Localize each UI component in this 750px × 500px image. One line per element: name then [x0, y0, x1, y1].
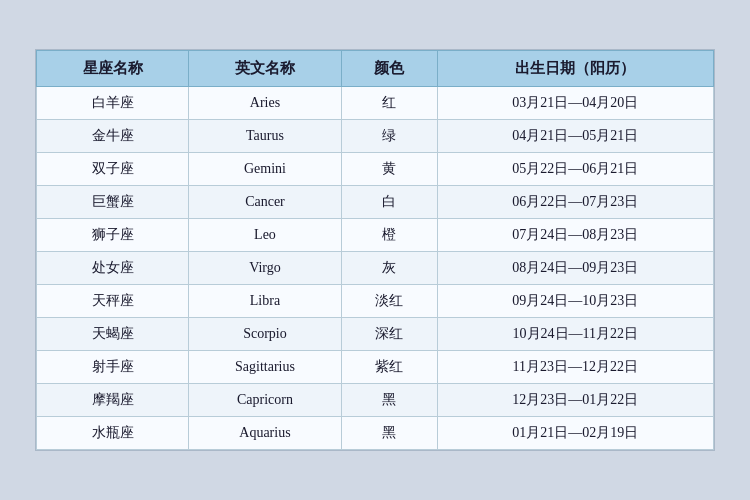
cell-color: 淡红	[341, 285, 437, 318]
cell-chinese-name: 狮子座	[37, 219, 189, 252]
cell-color: 橙	[341, 219, 437, 252]
table-body: 白羊座Aries红03月21日—04月20日金牛座Taurus绿04月21日—0…	[37, 87, 714, 450]
table-row: 金牛座Taurus绿04月21日—05月21日	[37, 120, 714, 153]
table-row: 狮子座Leo橙07月24日—08月23日	[37, 219, 714, 252]
cell-dates: 12月23日—01月22日	[437, 384, 713, 417]
cell-english-name: Gemini	[189, 153, 341, 186]
zodiac-table: 星座名称 英文名称 颜色 出生日期（阳历） 白羊座Aries红03月21日—04…	[36, 50, 714, 450]
cell-chinese-name: 射手座	[37, 351, 189, 384]
table-row: 处女座Virgo灰08月24日—09月23日	[37, 252, 714, 285]
cell-dates: 04月21日—05月21日	[437, 120, 713, 153]
cell-chinese-name: 天秤座	[37, 285, 189, 318]
cell-chinese-name: 双子座	[37, 153, 189, 186]
cell-color: 黑	[341, 417, 437, 450]
cell-color: 灰	[341, 252, 437, 285]
cell-english-name: Libra	[189, 285, 341, 318]
cell-dates: 01月21日—02月19日	[437, 417, 713, 450]
cell-english-name: Cancer	[189, 186, 341, 219]
cell-dates: 05月22日—06月21日	[437, 153, 713, 186]
zodiac-table-container: 星座名称 英文名称 颜色 出生日期（阳历） 白羊座Aries红03月21日—04…	[35, 49, 715, 451]
cell-chinese-name: 水瓶座	[37, 417, 189, 450]
header-chinese-name: 星座名称	[37, 51, 189, 87]
table-row: 白羊座Aries红03月21日—04月20日	[37, 87, 714, 120]
cell-english-name: Sagittarius	[189, 351, 341, 384]
cell-color: 黄	[341, 153, 437, 186]
cell-english-name: Leo	[189, 219, 341, 252]
header-dates: 出生日期（阳历）	[437, 51, 713, 87]
table-row: 双子座Gemini黄05月22日—06月21日	[37, 153, 714, 186]
cell-color: 紫红	[341, 351, 437, 384]
cell-dates: 10月24日—11月22日	[437, 318, 713, 351]
table-row: 摩羯座Capricorn黑12月23日—01月22日	[37, 384, 714, 417]
table-row: 天秤座Libra淡红09月24日—10月23日	[37, 285, 714, 318]
cell-chinese-name: 巨蟹座	[37, 186, 189, 219]
table-header-row: 星座名称 英文名称 颜色 出生日期（阳历）	[37, 51, 714, 87]
cell-color: 红	[341, 87, 437, 120]
cell-chinese-name: 白羊座	[37, 87, 189, 120]
table-row: 水瓶座Aquarius黑01月21日—02月19日	[37, 417, 714, 450]
cell-chinese-name: 处女座	[37, 252, 189, 285]
cell-color: 绿	[341, 120, 437, 153]
cell-english-name: Taurus	[189, 120, 341, 153]
cell-color: 白	[341, 186, 437, 219]
cell-dates: 07月24日—08月23日	[437, 219, 713, 252]
cell-dates: 09月24日—10月23日	[437, 285, 713, 318]
table-row: 巨蟹座Cancer白06月22日—07月23日	[37, 186, 714, 219]
cell-english-name: Aquarius	[189, 417, 341, 450]
cell-color: 黑	[341, 384, 437, 417]
cell-chinese-name: 金牛座	[37, 120, 189, 153]
cell-color: 深红	[341, 318, 437, 351]
cell-dates: 06月22日—07月23日	[437, 186, 713, 219]
cell-chinese-name: 天蝎座	[37, 318, 189, 351]
cell-english-name: Capricorn	[189, 384, 341, 417]
header-color: 颜色	[341, 51, 437, 87]
cell-dates: 08月24日—09月23日	[437, 252, 713, 285]
table-row: 天蝎座Scorpio深红10月24日—11月22日	[37, 318, 714, 351]
cell-english-name: Virgo	[189, 252, 341, 285]
table-row: 射手座Sagittarius紫红11月23日—12月22日	[37, 351, 714, 384]
cell-chinese-name: 摩羯座	[37, 384, 189, 417]
header-english-name: 英文名称	[189, 51, 341, 87]
cell-english-name: Scorpio	[189, 318, 341, 351]
cell-dates: 03月21日—04月20日	[437, 87, 713, 120]
cell-dates: 11月23日—12月22日	[437, 351, 713, 384]
cell-english-name: Aries	[189, 87, 341, 120]
